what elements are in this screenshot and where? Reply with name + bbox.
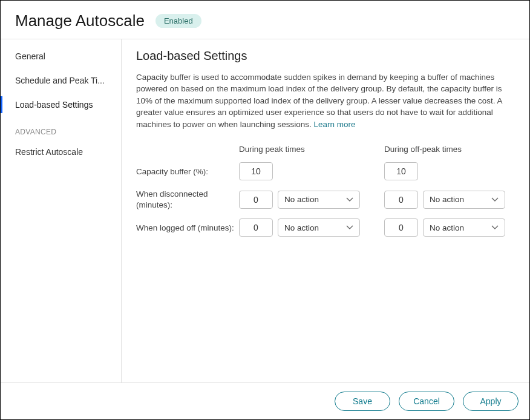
loggedoff-peak-action-select[interactable]: No action xyxy=(278,218,360,237)
sidebar-item-label: Load-based Settings xyxy=(15,100,93,110)
row-label-capacity-buffer: Capacity buffer (%): xyxy=(136,166,239,177)
dialog-footer: Save Cancel Apply xyxy=(1,382,529,419)
section-heading: Load-based Settings xyxy=(136,49,515,63)
apply-button[interactable]: Apply xyxy=(463,392,519,411)
disconnected-peak-minutes-input[interactable] xyxy=(239,191,273,209)
sidebar-item-general[interactable]: General xyxy=(1,44,121,68)
select-value: No action xyxy=(430,223,464,232)
sidebar-item-label: Restrict Autoscale xyxy=(15,147,83,157)
chevron-down-icon xyxy=(491,196,499,203)
chevron-down-icon xyxy=(346,224,353,231)
sidebar-item-restrict-autoscale[interactable]: Restrict Autoscale xyxy=(1,140,121,164)
sidebar-item-label: General xyxy=(15,51,45,61)
select-value: No action xyxy=(284,195,319,204)
status-badge: Enabled xyxy=(155,14,201,28)
sidebar-section-advanced: ADVANCED xyxy=(1,117,121,140)
disconnected-offpeak-action-select[interactable]: No action xyxy=(423,191,505,209)
select-value: No action xyxy=(284,223,319,232)
sidebar-item-load-based[interactable]: Load-based Settings xyxy=(1,93,121,117)
sidebar-item-schedule-peak[interactable]: Schedule and Peak Ti... xyxy=(1,68,121,93)
disconnected-peak-action-select[interactable]: No action xyxy=(278,191,360,209)
column-header-peak: During peak times xyxy=(239,145,360,154)
select-value: No action xyxy=(430,195,464,204)
row-label-when-logged-off: When logged off (minutes): xyxy=(136,223,239,234)
dialog-body: General Schedule and Peak Ti... Load-bas… xyxy=(1,39,529,382)
chevron-down-icon xyxy=(491,224,499,231)
dialog-header: Manage Autoscale Enabled xyxy=(1,1,529,39)
settings-grid: During peak times During off-peak times … xyxy=(136,145,515,237)
save-button[interactable]: Save xyxy=(335,392,390,411)
capacity-buffer-offpeak-input[interactable] xyxy=(384,162,418,180)
loggedoff-peak-minutes-input[interactable] xyxy=(239,218,273,237)
section-description: Capacity buffer is used to accommodate s… xyxy=(136,71,515,131)
loggedoff-offpeak-minutes-input[interactable] xyxy=(384,218,418,237)
cancel-button[interactable]: Cancel xyxy=(399,392,454,411)
loggedoff-offpeak-action-select[interactable]: No action xyxy=(423,218,505,237)
row-label-when-disconnected: When disconnected (minutes): xyxy=(136,189,239,210)
main-panel: Load-based Settings Capacity buffer is u… xyxy=(122,39,529,382)
sidebar: General Schedule and Peak Ti... Load-bas… xyxy=(1,39,122,382)
disconnected-offpeak-minutes-input[interactable] xyxy=(384,191,418,209)
learn-more-link[interactable]: Learn more xyxy=(313,120,355,129)
chevron-down-icon xyxy=(346,196,353,203)
capacity-buffer-peak-input[interactable] xyxy=(239,162,273,180)
dialog-title: Manage Autoscale xyxy=(15,11,145,30)
sidebar-item-label: Schedule and Peak Ti... xyxy=(15,76,105,85)
column-header-offpeak: During off-peak times xyxy=(384,145,505,154)
